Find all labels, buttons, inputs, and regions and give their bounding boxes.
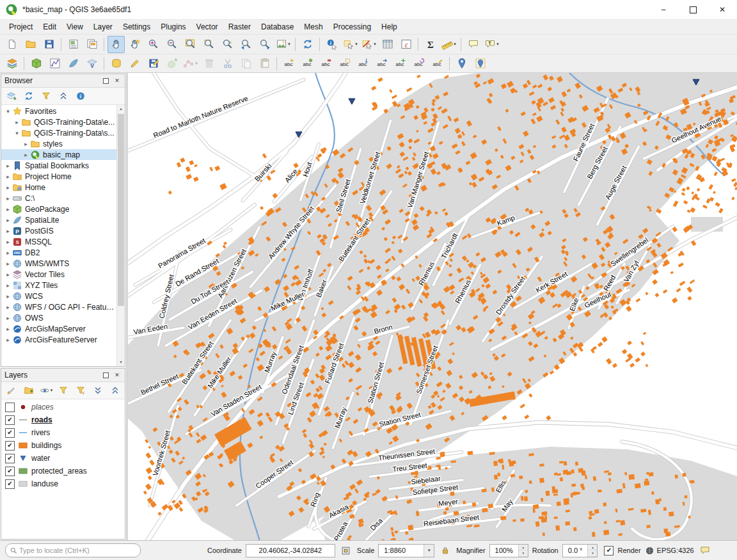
spin-down-icon[interactable]: ▾: [519, 550, 528, 557]
browser-float-panel-button[interactable]: [101, 76, 110, 85]
identify-features-button[interactable]: i: [323, 36, 340, 53]
collapse-all-button[interactable]: [56, 88, 71, 104]
locate-input[interactable]: [18, 546, 138, 555]
layer-labeling-options-button[interactable]: abc: [280, 55, 297, 72]
minimize-button[interactable]: –: [649, 0, 678, 19]
browser-item-xyz-tiles[interactable]: ▸XYZ Tiles: [1, 280, 116, 291]
menu-database[interactable]: Database: [256, 20, 299, 33]
open-layer-styling-button[interactable]: [4, 383, 19, 398]
layer-item-places[interactable]: places: [1, 401, 125, 413]
layer-item-rivers[interactable]: ✔rivers: [1, 426, 125, 439]
rotate-label-button[interactable]: abc: [410, 55, 427, 72]
new-print-layout-button[interactable]: [65, 36, 82, 53]
expander-icon[interactable]: ▸: [4, 260, 12, 267]
browser-item-mssql[interactable]: ▸SMSSQL: [1, 236, 116, 247]
maximize-button[interactable]: [678, 0, 708, 19]
new-virtual-layer-button[interactable]: V: [83, 55, 100, 72]
expand-all-button[interactable]: [90, 383, 106, 398]
expander-icon[interactable]: ▸: [22, 152, 30, 158]
zoom-full-button[interactable]: [182, 36, 199, 53]
paste-features-button[interactable]: [256, 55, 273, 72]
expander-icon[interactable]: ▸: [13, 119, 21, 125]
layers-float-panel-button[interactable]: [101, 371, 110, 380]
browser-scrollbar[interactable]: ▴ ▾: [116, 105, 125, 366]
lock-scale-button[interactable]: [438, 543, 452, 557]
browser-item-ows[interactable]: ▸OWS: [1, 312, 116, 323]
deselect-features-button[interactable]: ▾: [360, 36, 377, 53]
cut-features-button[interactable]: [219, 55, 236, 72]
expander-icon[interactable]: ▸: [4, 282, 12, 289]
map-canvas[interactable]: Road to Marloth Nature ReserveGeelhout A…: [128, 73, 737, 540]
layer-item-protected-areas[interactable]: ✔protected_areas: [1, 465, 125, 477]
refresh-map-button[interactable]: [299, 36, 316, 53]
add-polygon-feature-button[interactable]: [163, 55, 180, 72]
menu-edit[interactable]: Edit: [38, 20, 61, 33]
magnifier-spinner[interactable]: 100% ▴▾: [489, 544, 528, 557]
expander-icon[interactable]: ▾: [4, 108, 12, 115]
move-label-button[interactable]: abc: [392, 55, 409, 72]
zoom-out-button[interactable]: [163, 36, 180, 53]
new-project-button[interactable]: [3, 36, 20, 53]
open-attribute-table-button[interactable]: [379, 36, 396, 53]
select-features-button[interactable]: ▾: [342, 36, 359, 53]
browser-item-spatial-bookmarks[interactable]: ▸Spatial Bookmarks: [1, 160, 116, 171]
open-data-source-manager-button[interactable]: [3, 55, 20, 72]
filter-browser-button[interactable]: [38, 88, 54, 104]
collapse-all-layers-button[interactable]: [107, 383, 123, 398]
browser-item-arcgismapserver[interactable]: ▸ArcGisMapServer: [1, 323, 116, 334]
expander-icon[interactable]: ▸: [4, 250, 12, 256]
browser-item-postgis[interactable]: ▸PPostGIS: [1, 225, 116, 236]
layer-visibility-checkbox[interactable]: ✔: [5, 467, 15, 476]
pan-map-button[interactable]: [107, 36, 125, 53]
scroll-down-icon[interactable]: ▾: [117, 358, 125, 366]
expander-icon[interactable]: ▸: [22, 141, 30, 147]
menu-view[interactable]: View: [61, 20, 88, 33]
browser-item-project-home[interactable]: ▸Project Home: [1, 171, 116, 182]
show-layout-manager-button[interactable]: [83, 36, 100, 53]
scale-combo[interactable]: 1:8860 ▾: [378, 544, 434, 557]
filter-by-expression-button[interactable]: ε: [73, 383, 88, 398]
browser-item-home[interactable]: ▸Home: [1, 182, 116, 193]
browser-item-db2[interactable]: ▸DB2DB2: [1, 247, 116, 258]
expander-icon[interactable]: ▸: [4, 337, 12, 343]
menu-mesh[interactable]: Mesh: [299, 20, 328, 33]
layers-close-panel-button[interactable]: ✕: [113, 371, 122, 380]
save-layer-edits-button[interactable]: [145, 55, 162, 72]
menu-layer[interactable]: Layer: [88, 20, 118, 33]
save-project-button[interactable]: [40, 36, 58, 53]
pan-to-selection-button[interactable]: [126, 36, 143, 53]
coordinate-input[interactable]: 20.46062,-34.02842: [246, 544, 335, 557]
menu-plugins[interactable]: Plugins: [155, 20, 191, 33]
browser-item-basic-map[interactable]: ▸basic_map: [1, 149, 116, 160]
browser-item-c[interactable]: ▸C:\: [1, 193, 116, 204]
refresh-browser-button[interactable]: [21, 88, 36, 104]
expander-icon[interactable]: ▸: [4, 163, 12, 169]
zoom-last-button[interactable]: [237, 36, 255, 53]
zoom-to-selection-button[interactable]: [200, 36, 218, 53]
expander-icon[interactable]: ▸: [4, 173, 12, 180]
zoom-next-button[interactable]: [256, 36, 273, 53]
expander-icon[interactable]: ▸: [4, 304, 12, 310]
show-hide-labels-button[interactable]: abc: [373, 55, 390, 72]
expander-icon[interactable]: ▸: [4, 217, 12, 223]
expander-icon[interactable]: ▸: [4, 293, 12, 300]
messages-button[interactable]: [698, 543, 712, 557]
scrollbar-thumb[interactable]: [118, 114, 124, 306]
current-edits-button[interactable]: [107, 55, 125, 72]
new-map-view-button[interactable]: ▾: [274, 36, 292, 53]
statistical-summary-button[interactable]: Σ: [422, 36, 439, 53]
browser-item-spatialite[interactable]: ▸SpatiaLite: [1, 214, 116, 225]
layer-visibility-checkbox[interactable]: ✔: [5, 441, 15, 451]
filter-legend-button[interactable]: [56, 383, 71, 398]
browser-close-panel-button[interactable]: ✕: [113, 76, 122, 85]
browser-item-vector-tiles[interactable]: ▸Vector Tiles: [1, 269, 116, 280]
new-spatialite-layer-button[interactable]: [65, 55, 82, 72]
browser-item-qgis-training-data-s[interactable]: ▾QGIS-Training-Data\s...: [1, 127, 116, 138]
scroll-up-icon[interactable]: ▴: [117, 105, 125, 113]
zoom-to-layer-button[interactable]: [219, 36, 236, 53]
highlight-pinned-labels-button[interactable]: abc: [336, 55, 353, 72]
add-selected-layers-button[interactable]: [4, 88, 19, 104]
spin-up-icon[interactable]: ▴: [588, 545, 597, 551]
layer-visibility-checkbox[interactable]: ✔: [5, 428, 15, 438]
layer-visibility-checkbox[interactable]: ✔: [5, 415, 15, 425]
